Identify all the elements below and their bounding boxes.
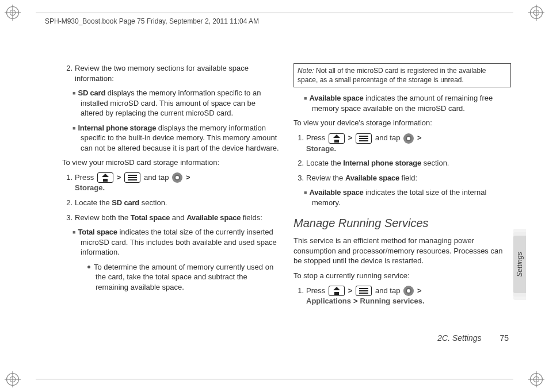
crop-mark-icon — [5, 371, 21, 387]
menu-icon — [356, 286, 372, 296]
menu-path: Storage. — [306, 144, 336, 153]
list-item: To determine the amount of memory curren… — [87, 262, 280, 293]
list-item: 2.Review the two memory sections for ava… — [62, 63, 280, 83]
note-text: Not all of the microSD card is registere… — [298, 67, 486, 84]
text: and tap — [142, 173, 171, 182]
page-footer: 2C. Settings 75 — [0, 333, 509, 343]
menu-path: Running services. — [360, 297, 425, 305]
home-icon — [329, 286, 345, 296]
text: fields: — [241, 213, 262, 222]
lead-text: To view your microSD card storage inform… — [62, 157, 280, 168]
section-heading: Manage Running Services — [293, 216, 511, 231]
term: Total space — [78, 228, 117, 236]
text: Review the — [306, 174, 345, 182]
list-item: ■Available space indicates the amount of… — [304, 93, 511, 113]
term: Available space — [309, 94, 363, 102]
crop-mark-icon — [528, 371, 544, 387]
list-item: 1.Press > and tap >Storage. — [293, 133, 511, 153]
term: Available space — [186, 213, 241, 222]
menu-icon — [124, 172, 140, 183]
side-tab-label: Settings — [516, 252, 524, 276]
crop-mark-icon — [528, 5, 544, 21]
list-item: 1.Press > and tap >Applications>Running … — [293, 286, 511, 306]
home-icon — [97, 172, 113, 183]
side-tab: Settings — [513, 236, 526, 293]
list-item: 3.Review both the Total space and Availa… — [62, 213, 280, 223]
crop-mark-icon — [5, 5, 21, 21]
term: SD card — [78, 89, 105, 97]
settings-icon — [403, 133, 414, 144]
text: Review the two memory sections for avail… — [75, 64, 249, 83]
lead-text: To stop a currently running service: — [293, 271, 511, 281]
text: field: — [399, 174, 417, 182]
term: Available space — [345, 174, 399, 182]
list-item: 2.Locate the SD card section. — [62, 198, 280, 208]
menu-icon — [356, 133, 372, 144]
chevron-icon: > — [348, 133, 353, 142]
list-item: ■Available space indicates the total siz… — [304, 187, 511, 207]
text: and tap — [373, 133, 402, 142]
term: Internal phone storage — [78, 124, 156, 132]
text: Press — [75, 173, 96, 182]
list-item: ■Total space indicates the total size of… — [73, 227, 280, 258]
settings-icon — [172, 172, 182, 183]
chevron-icon: > — [417, 286, 422, 295]
paragraph: This service is an efficient method for … — [293, 236, 511, 266]
term: Available space — [309, 188, 363, 197]
text: section. — [139, 198, 167, 207]
text: Review both the — [75, 213, 131, 222]
page-number: 75 — [500, 333, 509, 343]
menu-path: Applications — [306, 297, 351, 305]
crop-line — [36, 379, 513, 379]
note-label: Note: — [298, 67, 314, 75]
home-icon — [329, 133, 345, 144]
chevron-icon: > — [186, 173, 190, 182]
chevron-icon: > — [117, 173, 121, 182]
text: and — [170, 213, 186, 222]
text: To determine the amount of memory curren… — [94, 263, 273, 291]
term: Internal phone storage — [343, 159, 421, 167]
chevron-icon: > — [348, 286, 353, 295]
settings-icon — [403, 286, 414, 296]
crop-line — [36, 13, 513, 13]
term: Total space — [131, 213, 170, 222]
text: Press — [306, 286, 327, 295]
lead-text: To view your device's storage informatio… — [293, 118, 511, 128]
list-item: 3.Review the Available space field: — [293, 173, 511, 183]
left-column: 2.Review the two memory sections for ava… — [62, 63, 280, 335]
text: Press — [306, 133, 327, 142]
list-item: ■Internal phone storage displays the mem… — [73, 123, 280, 153]
term: SD card — [112, 198, 139, 207]
text: Locate the — [75, 198, 112, 207]
chevron-icon: > — [417, 133, 422, 142]
chevron-icon: > — [353, 297, 358, 305]
text: Locate the — [306, 159, 343, 167]
menu-path: Storage. — [75, 183, 105, 192]
text: displays the memory information specific… — [81, 89, 261, 117]
list-item: 1.Press > and tap >Storage. — [62, 172, 280, 193]
bullet-icon — [87, 266, 90, 268]
text: section. — [421, 159, 449, 167]
text: and tap — [373, 286, 402, 295]
page-header: SPH-M930_Boost.book Page 75 Friday, Sept… — [45, 17, 259, 25]
note-box: Note: Not all of the microSD card is reg… — [293, 63, 511, 87]
footer-section: 2C. Settings — [437, 333, 481, 343]
page-body: 2.Review the two memory sections for ava… — [62, 63, 511, 335]
right-column: Note: Not all of the microSD card is reg… — [293, 63, 511, 335]
list-item: 2.Locate the Internal phone storage sect… — [293, 158, 511, 168]
list-item: ■SD card displays the memory information… — [73, 88, 280, 118]
